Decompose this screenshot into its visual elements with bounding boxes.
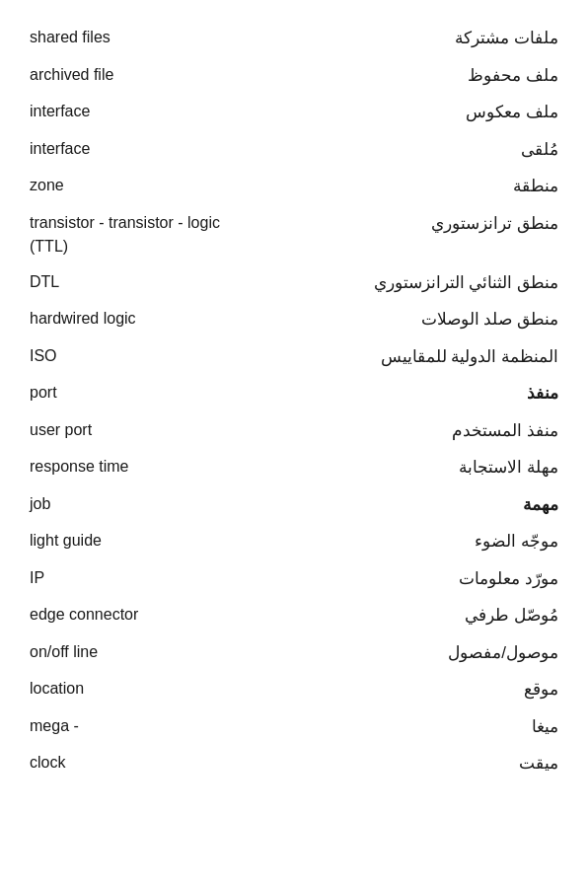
english-term: IP bbox=[30, 566, 44, 590]
glossary-container: shared filesملفات مشتركةarchived fileملف… bbox=[0, 0, 588, 822]
glossary-row: DTLمنطق الثنائي الترانزستوري bbox=[30, 264, 558, 302]
english-term: interface bbox=[30, 137, 90, 161]
glossary-row: hardwired logicمنطق صلد الوصلات bbox=[30, 301, 558, 338]
english-term: ISO bbox=[30, 344, 57, 368]
arabic-term: مُوصّل طرفي bbox=[465, 603, 558, 629]
arabic-term: موصول/مفصول bbox=[448, 640, 558, 666]
arabic-term: ميغا bbox=[532, 714, 558, 740]
english-term: archived file bbox=[30, 63, 113, 87]
english-term: hardwired logic bbox=[30, 307, 136, 331]
english-term: response time bbox=[30, 455, 129, 479]
english-term: on/off line bbox=[30, 640, 98, 664]
glossary-row: zoneمنطقة bbox=[30, 168, 558, 205]
glossary-row: light guideموجّه الضوء bbox=[30, 523, 558, 560]
glossary-row: transistor - transistor - logic(TTL)منطق… bbox=[30, 205, 558, 264]
arabic-term: مهلة الاستجابة bbox=[459, 455, 558, 481]
glossary-row: ISOالمنظمة الدولية للمقاييس bbox=[30, 338, 558, 376]
glossary-row: mega -ميغا bbox=[30, 708, 558, 746]
arabic-term: منطق ترانزستوري bbox=[431, 211, 558, 237]
english-term: job bbox=[30, 492, 50, 516]
arabic-term: مورّد معلومات bbox=[459, 566, 558, 592]
glossary-row: clockميقت bbox=[30, 745, 558, 782]
arabic-term: مُلقى bbox=[521, 137, 558, 163]
english-term: edge connector bbox=[30, 603, 138, 627]
arabic-term: منطقة bbox=[513, 174, 558, 199]
glossary-row: archived fileملف محفوظ bbox=[30, 57, 558, 95]
arabic-term: مهمة bbox=[523, 492, 558, 518]
glossary-row: on/off lineموصول/مفصول bbox=[30, 634, 558, 672]
english-term: user port bbox=[30, 418, 92, 442]
arabic-term: منفذ bbox=[527, 381, 558, 407]
glossary-row: interfaceملف معكوس bbox=[30, 94, 558, 131]
arabic-term: منفذ المستخدم bbox=[452, 418, 558, 444]
english-term: clock bbox=[30, 751, 65, 775]
glossary-row: interfaceمُلقى bbox=[30, 131, 558, 169]
glossary-row: edge connectorمُوصّل طرفي bbox=[30, 597, 558, 634]
arabic-term: منطق الثنائي الترانزستوري bbox=[374, 270, 558, 296]
english-term: interface bbox=[30, 100, 90, 123]
english-term: zone bbox=[30, 174, 64, 197]
arabic-term: ملفات مشتركة bbox=[455, 26, 558, 51]
arabic-term: موجّه الضوء bbox=[475, 529, 558, 555]
english-term: mega - bbox=[30, 714, 79, 738]
english-term: location bbox=[30, 677, 84, 701]
glossary-row: response timeمهلة الاستجابة bbox=[30, 449, 558, 486]
glossary-row: portمنفذ bbox=[30, 375, 558, 412]
english-term: shared files bbox=[30, 26, 110, 49]
glossary-row: locationموقع bbox=[30, 671, 558, 708]
english-term: transistor - transistor - logic(TTL) bbox=[30, 211, 220, 259]
english-term: light guide bbox=[30, 529, 102, 553]
arabic-term: منطق صلد الوصلات bbox=[421, 307, 558, 333]
arabic-term: ملف محفوظ bbox=[468, 63, 558, 89]
glossary-row: user portمنفذ المستخدم bbox=[30, 412, 558, 450]
glossary-row: shared filesملفات مشتركة bbox=[30, 20, 558, 57]
glossary-row: IPمورّد معلومات bbox=[30, 560, 558, 598]
glossary-row: jobمهمة bbox=[30, 486, 558, 524]
arabic-term: ملف معكوس bbox=[466, 100, 558, 125]
arabic-term: موقع bbox=[524, 677, 558, 703]
english-term: DTL bbox=[30, 270, 59, 294]
english-term: port bbox=[30, 381, 57, 405]
arabic-term: المنظمة الدولية للمقاييس bbox=[381, 344, 558, 370]
arabic-term: ميقت bbox=[519, 751, 558, 777]
